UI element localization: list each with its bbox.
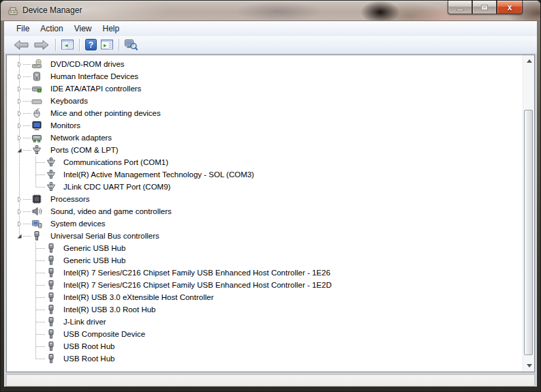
expander-collapsed-icon: [16, 110, 22, 117]
minimize-button[interactable]: [448, 1, 472, 14]
console-tree-icon: [61, 40, 74, 50]
tree-item-keyboards[interactable]: Keyboards: [7, 95, 523, 107]
scroll-down-icon: [527, 364, 532, 367]
tree-item-jlink-cdc-uart-port-com9[interactable]: JLink CDC UART Port (COM9): [7, 181, 523, 193]
system-device-icon: [31, 218, 42, 229]
processor-icon: [31, 194, 42, 205]
tree-item-label: Network adapters: [50, 134, 112, 142]
tree-item-system-devices[interactable]: System devices: [7, 217, 523, 230]
expander-collapsed-icon: [16, 74, 22, 80]
maximize-button[interactable]: [472, 1, 497, 14]
window-body: File Action View Help: [4, 21, 537, 387]
tree-item-generic-usb-hub[interactable]: Generic USB Hub: [7, 254, 523, 267]
tree-item-label: Intel(R) 7 Series/C216 Chipset Family US…: [63, 281, 332, 289]
tree-item-monitors[interactable]: Monitors: [7, 119, 523, 132]
vertical-scrollbar[interactable]: [523, 55, 534, 372]
window-title: Device Manager: [22, 5, 82, 15]
monitor-icon: [31, 120, 42, 131]
forward-button[interactable]: [31, 37, 52, 52]
tree-item-ide-ata-atapi-controllers[interactable]: IDE ATA/ATAPI controllers: [7, 82, 523, 95]
scrollbar-thumb[interactable]: [524, 110, 533, 355]
expander-collapsed-icon: [16, 209, 22, 215]
show-action-pane-button[interactable]: [99, 37, 115, 52]
tree-item-label: Generic USB Hub: [63, 256, 125, 265]
expander-collapsed[interactable]: [16, 74, 22, 80]
expander-collapsed[interactable]: [16, 98, 22, 104]
menu-item-view[interactable]: View: [69, 22, 97, 35]
expander-collapsed[interactable]: [16, 86, 22, 92]
serial-port-icon: [46, 157, 57, 168]
device-manager-icon: [7, 5, 18, 16]
back-button[interactable]: [11, 37, 31, 52]
scroll-up-icon: [527, 59, 532, 63]
device-manager-window: Device Manager x File Action View Help: [0, 0, 541, 392]
tree-item-intel-r-7-series-c216-chipset-family-usb-enhanced-host-controller-1e26[interactable]: Intel(R) 7 Series/C216 Chipset Family US…: [7, 267, 523, 279]
menu-item-help[interactable]: Help: [97, 22, 125, 35]
expander-expanded-icon: [16, 233, 22, 239]
tree-item-mice-and-other-pointing-devices[interactable]: Mice and other pointing devices: [7, 107, 523, 119]
tree-item-intel-r-7-series-c216-chipset-family-usb-enhanced-host-controller-1e2d[interactable]: Intel(R) 7 Series/C216 Chipset Family US…: [7, 279, 523, 291]
tree-item-human-interface-devices[interactable]: Human Interface Devices: [7, 70, 523, 82]
tree-item-j-link-driver[interactable]: J-Link driver: [7, 316, 523, 328]
tree-item-label: Human Interface Devices: [50, 72, 138, 80]
tree-item-label: Intel(R) 7 Series/C216 Chipset Family US…: [63, 269, 330, 277]
close-button[interactable]: x: [497, 1, 523, 14]
tree-item-processors[interactable]: Processors: [7, 193, 523, 205]
action-pane-icon: [101, 40, 113, 50]
tree-item-intel-r-usb-3-0-extensible-host-controller[interactable]: Intel(R) USB 3.0 eXtensible Host Control…: [7, 291, 523, 303]
tree-item-intel-r-active-management-technology-sol-com3[interactable]: Intel(R) Active Management Technology - …: [7, 168, 523, 181]
expander-collapsed[interactable]: [16, 110, 22, 117]
expander-expanded[interactable]: [16, 147, 22, 153]
tree-item-network-adapters[interactable]: Network adapters: [7, 132, 523, 144]
expander-collapsed[interactable]: [16, 61, 22, 67]
help-button[interactable]: ?: [83, 37, 99, 52]
expander-collapsed[interactable]: [16, 221, 22, 227]
tree-item-label: Generic USB Hub: [63, 244, 125, 252]
expander-collapsed[interactable]: [16, 123, 22, 129]
usb-icon: [46, 316, 57, 327]
expander-expanded[interactable]: [16, 233, 22, 239]
keyboard-icon: [31, 95, 42, 106]
mouse-icon: [31, 108, 42, 119]
menu-item-action[interactable]: Action: [35, 22, 68, 35]
toolbar-separator: [79, 39, 80, 51]
expander-collapsed-icon: [16, 98, 22, 104]
tree-item-generic-usb-hub[interactable]: Generic USB Hub: [7, 242, 523, 254]
toolbar: ?: [4, 36, 537, 54]
tree-item-label: USB Root Hub: [63, 355, 114, 363]
tree-item-label: Communications Port (COM1): [63, 158, 168, 166]
scroll-up-button[interactable]: [523, 55, 535, 67]
scroll-down-button[interactable]: [523, 360, 535, 372]
expander-collapsed[interactable]: [16, 135, 22, 141]
tree-item-ports-com-lpt[interactable]: Ports (COM & LPT): [7, 144, 523, 156]
tree-item-usb-composite-device[interactable]: USB Composite Device: [7, 328, 523, 340]
tree-item-communications-port-com1[interactable]: Communications Port (COM1): [7, 156, 523, 168]
tree-item-label: IDE ATA/ATAPI controllers: [50, 85, 141, 93]
tree-item-dvd-cd-rom-drives[interactable]: DVD/CD-ROM drives: [7, 58, 523, 70]
forward-arrow-icon: [33, 40, 50, 50]
serial-port-icon: [46, 181, 57, 192]
expander-collapsed-icon: [16, 196, 22, 202]
serial-port-icon: [46, 169, 57, 180]
device-tree-panel: DVD/CD-ROM drives Human Interface Device…: [6, 55, 535, 372]
tree-item-intel-r-usb-3-0-root-hub[interactable]: Intel(R) USB 3.0 Root Hub: [7, 303, 523, 316]
expander-collapsed-icon: [16, 135, 22, 141]
titlebar[interactable]: Device Manager x: [1, 1, 540, 21]
device-tree: DVD/CD-ROM drives Human Interface Device…: [7, 55, 523, 372]
expander-collapsed[interactable]: [16, 196, 22, 202]
scan-hardware-icon: [125, 39, 138, 50]
expander-collapsed[interactable]: [16, 209, 22, 215]
toolbar-separator: [55, 39, 56, 51]
tree-item-label: Intel(R) USB 3.0 eXtensible Host Control…: [63, 293, 214, 301]
show-console-tree-button[interactable]: [59, 37, 76, 52]
menu-item-file[interactable]: File: [11, 22, 35, 35]
tree-item-usb-root-hub[interactable]: USB Root Hub: [7, 352, 523, 365]
tree-item-usb-root-hub[interactable]: USB Root Hub: [7, 340, 523, 352]
tree-item-sound-video-and-game-controllers[interactable]: Sound, video and game controllers: [7, 205, 523, 217]
tree-item-universal-serial-bus-controllers[interactable]: Universal Serial Bus controllers: [7, 230, 523, 242]
tree-item-label: USB Composite Device: [63, 330, 145, 338]
tree-item-label: JLink CDC UART Port (COM9): [63, 183, 170, 191]
scan-for-hardware-changes-button[interactable]: [123, 37, 140, 52]
usb-icon: [46, 280, 57, 290]
tree-item-label: Intel(R) USB 3.0 Root Hub: [63, 305, 156, 314]
